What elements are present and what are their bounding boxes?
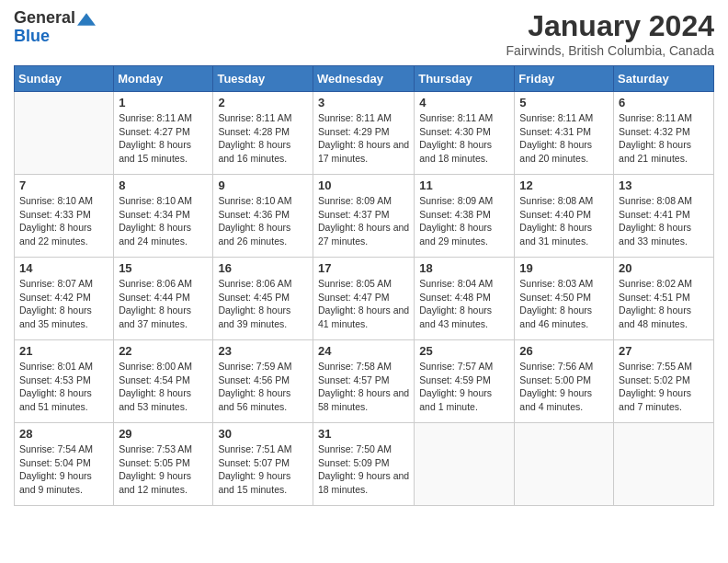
sunset-text: Sunset: 4:42 PM — [19, 291, 108, 304]
sunset-text: Sunset: 4:36 PM — [218, 208, 308, 222]
week-row-1: 1Sunrise: 8:11 AMSunset: 4:27 PMDaylight… — [15, 92, 714, 175]
calendar-cell: 29Sunrise: 7:53 AMSunset: 5:05 PMDayligh… — [114, 423, 213, 506]
sunset-text: Sunset: 4:30 PM — [419, 125, 509, 139]
calendar-cell: 31Sunrise: 7:50 AMSunset: 5:09 PMDayligh… — [313, 423, 414, 506]
daylight-text: Daylight: 8 hours and 43 minutes. — [419, 304, 509, 330]
daylight-text: Daylight: 8 hours and 15 minutes. — [119, 138, 208, 165]
day-number: 27 — [619, 344, 709, 358]
day-info: Sunrise: 8:05 AMSunset: 4:47 PMDaylight:… — [318, 277, 409, 331]
daylight-text: Daylight: 8 hours and 46 minutes. — [519, 304, 609, 330]
sunset-text: Sunset: 5:05 PM — [119, 456, 208, 470]
sunset-text: Sunset: 4:56 PM — [218, 373, 308, 387]
day-info: Sunrise: 8:10 AMSunset: 4:34 PMDaylight:… — [119, 194, 208, 248]
day-info: Sunrise: 8:11 AMSunset: 4:29 PMDaylight:… — [318, 111, 409, 166]
sunrise-text: Sunrise: 7:56 AM — [519, 360, 609, 373]
sunset-text: Sunset: 4:40 PM — [519, 208, 609, 222]
calendar-table: SundayMondayTuesdayWednesdayThursdayFrid… — [14, 65, 714, 506]
calendar-cell: 15Sunrise: 8:06 AMSunset: 4:44 PMDayligh… — [114, 258, 213, 340]
sunrise-text: Sunrise: 8:11 AM — [119, 111, 208, 125]
calendar-cell: 19Sunrise: 8:03 AMSunset: 4:50 PMDayligh… — [515, 258, 614, 340]
daylight-text: Daylight: 8 hours and 22 minutes. — [19, 221, 108, 247]
calendar-cell: 20Sunrise: 8:02 AMSunset: 4:51 PMDayligh… — [614, 258, 714, 340]
day-info: Sunrise: 8:09 AMSunset: 4:37 PMDaylight:… — [318, 194, 409, 248]
daylight-text: Daylight: 8 hours and 27 minutes. — [318, 221, 409, 247]
day-number: 21 — [19, 344, 108, 358]
day-info: Sunrise: 7:51 AMSunset: 5:07 PMDaylight:… — [218, 442, 308, 497]
daylight-text: Daylight: 8 hours and 21 minutes. — [619, 138, 709, 165]
daylight-text: Daylight: 8 hours and 35 minutes. — [19, 304, 108, 330]
day-info: Sunrise: 8:11 AMSunset: 4:27 PMDaylight:… — [119, 111, 208, 166]
day-info: Sunrise: 8:09 AMSunset: 4:38 PMDaylight:… — [419, 194, 509, 248]
day-info: Sunrise: 8:04 AMSunset: 4:48 PMDaylight:… — [419, 277, 509, 331]
sunset-text: Sunset: 5:02 PM — [619, 373, 709, 387]
sunset-text: Sunset: 4:48 PM — [419, 291, 509, 304]
calendar-cell: 18Sunrise: 8:04 AMSunset: 4:48 PMDayligh… — [415, 258, 515, 340]
sunset-text: Sunset: 4:37 PM — [318, 208, 409, 222]
sunset-text: Sunset: 4:27 PM — [119, 125, 208, 139]
sunset-text: Sunset: 4:41 PM — [619, 208, 709, 222]
day-number: 11 — [419, 178, 509, 192]
calendar-cell: 28Sunrise: 7:54 AMSunset: 5:04 PMDayligh… — [15, 423, 114, 506]
sunset-text: Sunset: 4:34 PM — [119, 208, 208, 222]
sunrise-text: Sunrise: 8:02 AM — [619, 277, 709, 291]
sunset-text: Sunset: 4:44 PM — [119, 291, 208, 304]
daylight-text: Daylight: 8 hours and 56 minutes. — [218, 386, 308, 413]
day-number: 24 — [318, 344, 409, 358]
daylight-text: Daylight: 9 hours and 9 minutes. — [19, 469, 108, 496]
day-info: Sunrise: 8:03 AMSunset: 4:50 PMDaylight:… — [519, 277, 609, 331]
day-number: 14 — [19, 261, 108, 275]
sunset-text: Sunset: 4:32 PM — [619, 125, 709, 139]
sunset-text: Sunset: 5:00 PM — [519, 373, 609, 387]
day-number: 17 — [318, 261, 409, 275]
sunrise-text: Sunrise: 7:57 AM — [419, 360, 509, 373]
sunset-text: Sunset: 4:33 PM — [19, 208, 108, 222]
day-number: 30 — [218, 427, 308, 441]
sunset-text: Sunset: 4:50 PM — [519, 291, 609, 304]
day-info: Sunrise: 8:11 AMSunset: 4:28 PMDaylight:… — [218, 111, 308, 166]
calendar-cell: 11Sunrise: 8:09 AMSunset: 4:38 PMDayligh… — [415, 175, 515, 258]
daylight-text: Daylight: 8 hours and 29 minutes. — [419, 221, 509, 247]
header-day-monday: Monday — [114, 66, 213, 92]
day-info: Sunrise: 8:10 AMSunset: 4:36 PMDaylight:… — [218, 194, 308, 248]
sunset-text: Sunset: 4:57 PM — [318, 373, 409, 387]
calendar-cell — [614, 423, 714, 506]
sunrise-text: Sunrise: 8:10 AM — [218, 194, 308, 208]
day-number: 25 — [419, 344, 509, 358]
calendar-cell — [515, 423, 614, 506]
day-info: Sunrise: 8:07 AMSunset: 4:42 PMDaylight:… — [19, 277, 108, 331]
day-number: 23 — [218, 344, 308, 358]
header-row: SundayMondayTuesdayWednesdayThursdayFrid… — [15, 66, 714, 92]
day-number: 8 — [119, 178, 208, 192]
calendar-cell: 6Sunrise: 8:11 AMSunset: 4:32 PMDaylight… — [614, 92, 714, 175]
sunrise-text: Sunrise: 8:05 AM — [318, 277, 409, 291]
day-number: 5 — [519, 96, 609, 109]
sunrise-text: Sunrise: 8:11 AM — [419, 111, 509, 125]
calendar-header: SundayMondayTuesdayWednesdayThursdayFrid… — [15, 66, 714, 92]
location-subtitle: Fairwinds, British Columbia, Canada — [506, 43, 714, 58]
daylight-text: Daylight: 8 hours and 58 minutes. — [318, 386, 409, 413]
calendar-cell — [15, 92, 114, 175]
sunset-text: Sunset: 4:38 PM — [419, 208, 509, 222]
daylight-text: Daylight: 9 hours and 12 minutes. — [119, 469, 208, 496]
day-info: Sunrise: 8:06 AMSunset: 4:44 PMDaylight:… — [119, 277, 208, 331]
day-number: 4 — [419, 96, 509, 109]
day-number: 7 — [19, 178, 108, 192]
sunrise-text: Sunrise: 8:09 AM — [318, 194, 409, 208]
sunset-text: Sunset: 5:04 PM — [19, 456, 108, 470]
calendar-cell: 16Sunrise: 8:06 AMSunset: 4:45 PMDayligh… — [213, 258, 313, 340]
header-day-tuesday: Tuesday — [213, 66, 313, 92]
day-number: 12 — [519, 178, 609, 192]
sunset-text: Sunset: 4:45 PM — [218, 291, 308, 304]
day-info: Sunrise: 7:53 AMSunset: 5:05 PMDaylight:… — [119, 442, 208, 497]
daylight-text: Daylight: 8 hours and 17 minutes. — [318, 138, 409, 165]
daylight-text: Daylight: 8 hours and 18 minutes. — [419, 138, 509, 165]
daylight-text: Daylight: 8 hours and 37 minutes. — [119, 304, 208, 330]
sunrise-text: Sunrise: 7:55 AM — [619, 360, 709, 373]
daylight-text: Daylight: 9 hours and 4 minutes. — [519, 386, 609, 413]
sunset-text: Sunset: 4:31 PM — [519, 125, 609, 139]
logo: GeneralBlue — [14, 9, 96, 46]
sunset-text: Sunset: 4:54 PM — [119, 373, 208, 387]
header-day-sunday: Sunday — [15, 66, 114, 92]
calendar-cell — [415, 423, 515, 506]
daylight-text: Daylight: 8 hours and 53 minutes. — [119, 386, 208, 413]
